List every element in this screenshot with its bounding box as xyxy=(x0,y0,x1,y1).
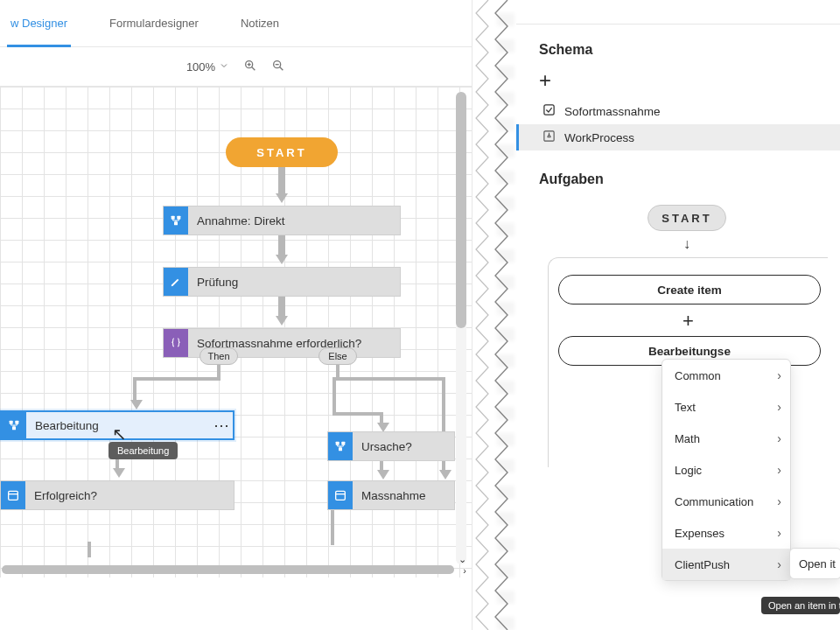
zoom-value: 100% xyxy=(186,60,215,74)
chevron-right-icon: › xyxy=(777,526,781,540)
tooltip: Bearbeitung xyxy=(108,442,178,459)
menu-item-math[interactable]: Math› xyxy=(662,423,790,454)
checkbox-icon xyxy=(542,103,556,119)
schema-item-label: Sofortmassnahme xyxy=(564,105,661,118)
branch-then: Then xyxy=(200,347,238,365)
node-pruefung[interactable]: Prüfung xyxy=(163,267,401,297)
mini-start-node[interactable]: START xyxy=(648,205,726,231)
workflow-icon xyxy=(542,130,556,145)
svg-rect-9 xyxy=(174,221,178,225)
tab-flow-designer[interactable]: w Designer xyxy=(7,0,71,47)
svg-rect-12 xyxy=(12,426,16,430)
svg-rect-14 xyxy=(341,442,345,445)
add-step-button[interactable]: + xyxy=(682,310,694,332)
chevron-right-icon: › xyxy=(777,400,781,414)
subflow-icon xyxy=(328,432,353,460)
svg-rect-15 xyxy=(339,447,342,451)
menu-label: Common xyxy=(675,369,721,382)
chevron-right-icon: › xyxy=(777,431,781,445)
svg-rect-21 xyxy=(544,131,554,141)
node-sofort[interactable]: Sofortmassnahme erforderlich? xyxy=(163,328,401,358)
schema-title: Schema xyxy=(539,42,840,58)
menu-label: Communication xyxy=(675,495,753,508)
chevron-down-icon xyxy=(219,60,229,74)
schema-item-sofortmassnahme[interactable]: Sofortmassnahme xyxy=(539,98,840,124)
submenu-item-label: Open it xyxy=(799,557,836,570)
schema-add-button[interactable]: + xyxy=(539,70,840,91)
svg-rect-18 xyxy=(336,491,346,500)
subflow-icon xyxy=(164,206,188,234)
flow-canvas[interactable]: START Annahme: Direkt Prüfung xyxy=(0,86,472,578)
node-label: Ursache? xyxy=(353,432,454,460)
chevron-right-icon: › xyxy=(777,463,781,477)
svg-rect-13 xyxy=(336,442,340,445)
svg-rect-7 xyxy=(172,216,175,220)
edit-icon xyxy=(164,268,188,296)
subflow-icon xyxy=(2,412,26,438)
svg-rect-8 xyxy=(177,216,180,220)
menu-label: ClientPush xyxy=(675,558,730,571)
node-annahme[interactable]: Annahme: Direkt xyxy=(163,206,401,235)
down-arrow-icon: ↓ xyxy=(683,236,690,252)
schema-item-label: WorkProcess xyxy=(564,131,634,144)
svg-rect-20 xyxy=(544,105,554,115)
chevron-right-icon: › xyxy=(777,494,781,508)
tabs: w Designer Formulardesigner Notizen xyxy=(0,0,472,47)
flow-start-node[interactable]: START xyxy=(226,137,338,167)
bearbeitung-step-label: Bearbeitungse xyxy=(648,345,731,358)
scroll-chevron-right-icon[interactable]: › xyxy=(463,565,466,576)
schema-item-workprocess[interactable]: WorkProcess xyxy=(516,124,840,150)
chevron-right-icon: › xyxy=(777,368,781,382)
tooltip-bottom: Open an item in the cli xyxy=(761,597,840,614)
submenu-open-item[interactable]: Open it xyxy=(789,548,840,579)
chevron-right-icon: › xyxy=(777,557,781,571)
menu-item-logic[interactable]: Logic› xyxy=(662,454,790,486)
zoom-level-dropdown[interactable]: 100% xyxy=(186,60,229,74)
split-separator xyxy=(472,0,516,630)
menu-label: Logic xyxy=(675,464,702,477)
scroll-chevron-down-icon[interactable]: ⌄ xyxy=(458,554,466,565)
node-label: Massnahme xyxy=(353,481,454,509)
calendar-icon xyxy=(328,481,353,509)
create-item-button[interactable]: Create item xyxy=(558,275,821,304)
start-label: START xyxy=(256,146,306,159)
svg-line-1 xyxy=(251,66,255,70)
context-menu[interactable]: Common› Text› Math› Logic› Communication… xyxy=(662,359,791,581)
tab-notizen[interactable]: Notizen xyxy=(237,0,283,47)
svg-rect-10 xyxy=(10,421,13,424)
tab-formulardesigner[interactable]: Formulardesigner xyxy=(106,0,202,47)
mini-start-label: START xyxy=(662,212,711,225)
node-label: Erfolgreich? xyxy=(25,481,234,509)
create-item-label: Create item xyxy=(657,284,722,297)
node-ursache[interactable]: Ursache? xyxy=(327,431,455,461)
zoom-in-icon[interactable] xyxy=(243,59,257,75)
menu-item-common[interactable]: Common› xyxy=(662,360,790,391)
braces-icon xyxy=(164,329,188,357)
menu-item-expenses[interactable]: Expenses› xyxy=(662,517,790,549)
menu-item-text[interactable]: Text› xyxy=(662,391,790,423)
node-erfolgreich[interactable]: Erfolgreich? xyxy=(0,480,234,510)
aufgaben-title: Aufgaben xyxy=(539,172,840,187)
flow-designer-pane: w Designer Formulardesigner Notizen 100% xyxy=(0,0,472,630)
node-label: Annahme: Direkt xyxy=(188,206,400,234)
zoom-toolbar: 100% xyxy=(0,47,472,86)
menu-label: Math xyxy=(675,432,700,445)
menu-item-communication[interactable]: Communication› xyxy=(662,486,790,517)
svg-rect-11 xyxy=(15,421,18,424)
zoom-out-icon[interactable] xyxy=(271,59,285,75)
branch-else: Else xyxy=(318,347,357,365)
svg-line-5 xyxy=(279,66,283,70)
calendar-icon xyxy=(1,481,25,509)
vertical-scrollbar[interactable] xyxy=(456,92,466,564)
menu-label: Text xyxy=(675,401,696,414)
node-more-button[interactable]: ⋯ xyxy=(210,412,233,438)
menu-item-clientpush[interactable]: ClientPush› xyxy=(662,549,790,580)
horizontal-scrollbar[interactable] xyxy=(2,565,454,574)
node-label: Prüfung xyxy=(188,268,400,296)
node-massnahme[interactable]: Massnahme xyxy=(327,480,455,510)
svg-rect-16 xyxy=(9,491,18,500)
menu-label: Expenses xyxy=(675,527,724,540)
